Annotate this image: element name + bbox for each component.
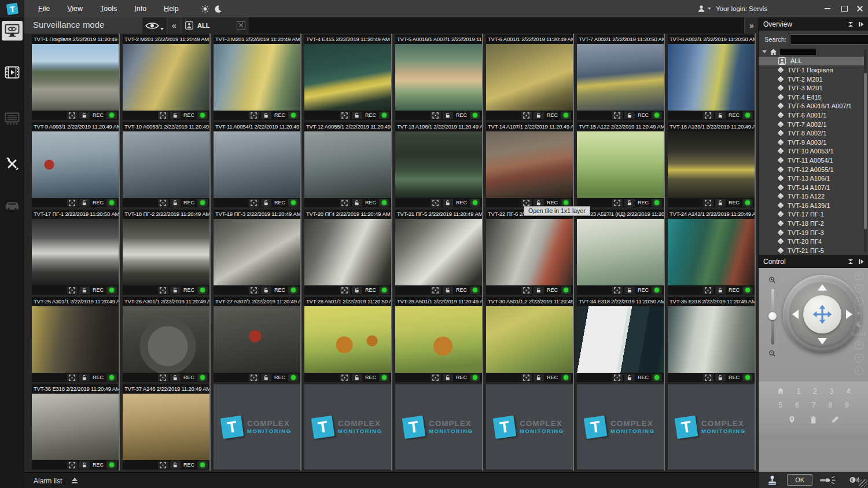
empty-tile[interactable]: TCOMPLEXMONITORING (214, 384, 300, 469)
menu-view[interactable]: View (66, 3, 84, 14)
preset-9-button[interactable]: 9 (845, 401, 849, 409)
tile-video[interactable] (32, 394, 119, 460)
tree-item-tvt-11[interactable]: TVT-11 A0054/1 (759, 156, 865, 165)
camera-tile-tvt-20[interactable]: TVT-20 ПГ4 2/22/2019 11:20:49 AMREC (304, 210, 391, 295)
camera-tile-tvt-21[interactable]: TVT-21 ПГ-5 2/22/2019 11:20:49 AMREC (395, 210, 482, 295)
tile-video[interactable] (304, 131, 391, 198)
tile-expand-button[interactable] (340, 199, 350, 207)
tile-lock-button[interactable] (624, 112, 635, 119)
tile-lock-button[interactable] (443, 199, 453, 207)
tile-expand-button[interactable] (249, 199, 259, 207)
preset-4-button[interactable]: 4 (847, 387, 851, 395)
dark-theme-icon[interactable] (214, 5, 222, 13)
tile-lock-button[interactable] (715, 199, 726, 207)
sidebar-vehicle-button[interactable] (2, 196, 23, 215)
close-button[interactable] (855, 4, 865, 13)
tile-expand-button[interactable] (340, 374, 350, 381)
camera-tile-tvt-10[interactable]: TVT-10 A0053/1 2/22/2019 11:20:49 AMREC (123, 122, 209, 207)
preset-delete-icon[interactable] (810, 416, 816, 424)
tile-expand-button[interactable] (158, 374, 168, 381)
camera-tile-tvt-34[interactable]: TVT-34 E318 2/22/2019 11:20:50 AMREC (577, 297, 664, 382)
camera-tile-tvt-2[interactable]: TVT-2 M201 2/22/2019 11:20:49 AMREC (123, 35, 209, 120)
tile-lock-button[interactable] (261, 199, 271, 207)
tile-video[interactable] (395, 219, 482, 285)
tree-item-tvt-18[interactable]: TVT-18 ПГ-2 (759, 219, 865, 228)
tile-expand-button[interactable] (521, 374, 532, 381)
iris-auto-icon[interactable]: ✓ (855, 297, 863, 306)
tile-lock-button[interactable] (170, 112, 181, 119)
camera-tile-tvt-15[interactable]: TVT-15 A122 2/22/2019 11:20:49 AMREC (577, 122, 664, 207)
ptz-left-arrow[interactable] (792, 310, 799, 319)
preset-home-icon[interactable] (777, 387, 784, 395)
maximize-button[interactable] (838, 3, 850, 14)
tile-lock-button[interactable] (715, 287, 726, 294)
tile-lock-button[interactable] (170, 461, 181, 469)
ptz-down-arrow[interactable] (818, 338, 827, 344)
tile-expand-button[interactable] (158, 287, 168, 294)
preset-8-button[interactable]: 8 (828, 401, 832, 409)
tile-video[interactable] (304, 44, 391, 111)
night-mode-icon[interactable] (856, 321, 862, 328)
sidebar-playback-button[interactable] (2, 63, 23, 82)
camera-tile-tvt-37[interactable]: TVT-37 A246 2/22/2019 11:20:49 AMREC (123, 384, 209, 469)
tile-lock-button[interactable] (534, 199, 544, 207)
camera-tile-tvt-1[interactable]: TVT-1 Покрівля 2/22/2019 11:20:49 AMREC (32, 35, 119, 120)
tile-video[interactable] (123, 219, 209, 285)
expand-alarm-list-icon[interactable] (71, 478, 78, 484)
tile-video[interactable] (32, 219, 119, 285)
preset-5-button[interactable]: 5 (778, 401, 782, 409)
tile-video[interactable] (577, 219, 664, 285)
tile-expand-button[interactable] (67, 461, 78, 469)
camera-tile-tvt-18[interactable]: TVT-18 ПГ-2 2/22/2019 11:20:49 AMREC (123, 210, 209, 295)
layout-selector-button[interactable] (142, 17, 167, 34)
camera-tile-tvt-36[interactable]: TVT-36 E318 2/22/2019 11:20:49 AMREC (32, 384, 119, 469)
tile-video[interactable] (123, 131, 209, 198)
tree-item-tvt-1[interactable]: TVT-1 Покрівля (759, 65, 865, 75)
tile-lock-button[interactable] (352, 199, 362, 207)
search-box[interactable] (790, 34, 868, 45)
zoom-slider-thumb[interactable] (768, 312, 777, 320)
tile-expand-button[interactable] (158, 199, 168, 207)
sidebar-tools-button[interactable] (2, 154, 23, 174)
tile-expand-button[interactable] (612, 199, 623, 207)
tree-item-tvt-19[interactable]: TVT-19 ПГ-3 (759, 228, 865, 237)
login-indicator[interactable]: Your login: Servis (697, 0, 767, 17)
tile-lock-button[interactable] (443, 112, 453, 119)
alarm-bar[interactable]: Alarm list (24, 472, 758, 488)
tile-video[interactable] (486, 131, 573, 198)
tile-video[interactable] (214, 131, 300, 198)
tabs-scroll-right-button[interactable]: » (745, 17, 758, 34)
tile-lock-button[interactable] (79, 199, 90, 207)
camera-tile-tvt-11[interactable]: TVT-11 A0054/1 2/22/2019 11:20:49 AMREC (214, 122, 300, 207)
camera-tile-tvt-6[interactable]: TVT-6 A001/1 2/22/2019 11:20:49 AMREC (486, 35, 573, 120)
preset-edit-icon[interactable] (832, 416, 838, 424)
tile-video[interactable] (577, 131, 664, 198)
tree-item-tvt-9[interactable]: TVT-9 A003/1 (759, 138, 865, 147)
camera-tile-tvt-19[interactable]: TVT-19 ПГ-3 2/22/2019 11:20:49 AMREC (214, 210, 300, 295)
tile-expand-button[interactable] (612, 287, 623, 294)
tile-expand-button[interactable] (521, 199, 532, 207)
tile-lock-button[interactable] (624, 374, 635, 381)
ok-button[interactable]: OK (786, 472, 814, 488)
tile-expand-button[interactable] (703, 287, 713, 294)
tree-scrollbar[interactable] (864, 50, 867, 252)
collapse-panel-icon[interactable] (848, 21, 854, 27)
tile-video[interactable] (668, 219, 755, 285)
tile-expand-button[interactable] (158, 112, 168, 119)
tile-lock-button[interactable] (534, 287, 544, 294)
tile-lock-button[interactable] (715, 112, 726, 119)
preset-2-button[interactable]: 2 (813, 387, 817, 395)
camera-tile-tvt-23[interactable]: TVT-23 A527/1 (КД) 2/22/2019 11:20:49 AM… (577, 210, 664, 295)
tree-item-tvt-6[interactable]: TVT-6 A001/1 (759, 111, 865, 120)
ptz-center-pad[interactable] (803, 295, 841, 333)
tile-expand-button[interactable] (67, 374, 78, 381)
tile-expand-button[interactable] (249, 112, 259, 119)
tree-item-tvt-3[interactable]: TVT-3 M201 (759, 83, 865, 93)
tree-root-station[interactable] (759, 47, 865, 57)
collapse-panel-icon[interactable] (848, 259, 854, 265)
tile-lock-button[interactable] (352, 112, 362, 119)
tile-lock-button[interactable] (170, 374, 181, 381)
ptz-joystick[interactable] (783, 275, 862, 354)
tree-item-tvt-10[interactable]: TVT-10 A0053/1 (759, 147, 865, 156)
tile-expand-button[interactable] (521, 112, 532, 119)
